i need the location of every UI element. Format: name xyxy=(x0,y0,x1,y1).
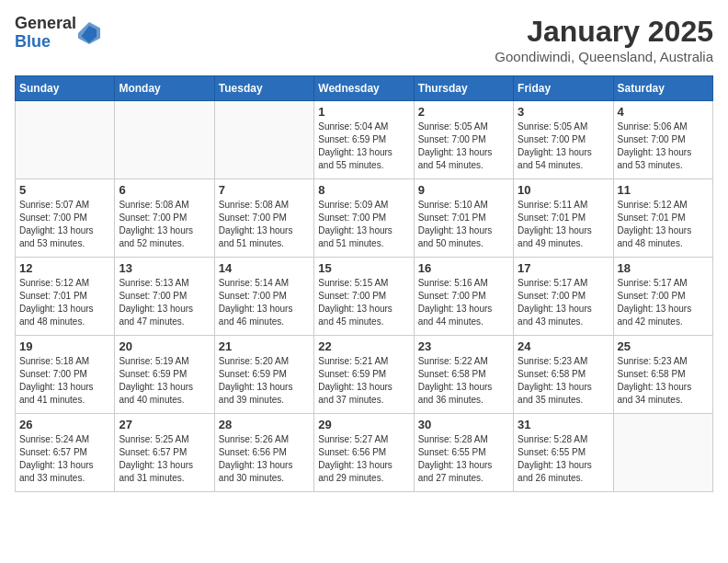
day-number: 27 xyxy=(119,418,210,431)
day-info: Sunrise: 5:10 AM Sunset: 7:01 PM Dayligh… xyxy=(418,199,509,250)
day-number: 19 xyxy=(19,339,110,353)
calendar-cell: 17Sunrise: 5:17 AM Sunset: 7:00 PM Dayli… xyxy=(514,258,613,336)
day-info: Sunrise: 5:05 AM Sunset: 7:00 PM Dayligh… xyxy=(518,121,609,172)
day-number: 21 xyxy=(219,339,310,353)
day-number: 24 xyxy=(518,339,609,353)
calendar-cell: 12Sunrise: 5:12 AM Sunset: 7:01 PM Dayli… xyxy=(16,258,115,336)
day-number: 3 xyxy=(518,105,609,119)
day-number: 11 xyxy=(618,183,709,197)
weekday-header: Wednesday xyxy=(314,76,414,101)
calendar-cell: 7Sunrise: 5:08 AM Sunset: 7:00 PM Daylig… xyxy=(214,179,313,258)
calendar-cell: 5Sunrise: 5:07 AM Sunset: 7:00 PM Daylig… xyxy=(16,179,115,258)
calendar-cell xyxy=(115,101,214,179)
calendar-cell: 31Sunrise: 5:28 AM Sunset: 6:55 PM Dayli… xyxy=(514,414,613,492)
weekday-header: Thursday xyxy=(414,76,513,101)
day-info: Sunrise: 5:08 AM Sunset: 7:00 PM Dayligh… xyxy=(119,199,210,250)
day-number: 7 xyxy=(219,183,310,197)
calendar-cell: 18Sunrise: 5:17 AM Sunset: 7:00 PM Dayli… xyxy=(613,258,712,336)
day-info: Sunrise: 5:27 AM Sunset: 6:56 PM Dayligh… xyxy=(318,433,409,485)
calendar-week-row: 12Sunrise: 5:12 AM Sunset: 7:01 PM Dayli… xyxy=(16,258,713,336)
day-number: 8 xyxy=(318,183,409,197)
calendar-cell: 22Sunrise: 5:21 AM Sunset: 6:59 PM Dayli… xyxy=(314,336,414,414)
calendar-cell: 2Sunrise: 5:05 AM Sunset: 7:00 PM Daylig… xyxy=(414,101,513,179)
calendar-table: SundayMondayTuesdayWednesdayThursdayFrid… xyxy=(15,75,713,492)
weekday-header: Tuesday xyxy=(214,76,313,101)
calendar-cell: 28Sunrise: 5:26 AM Sunset: 6:56 PM Dayli… xyxy=(214,414,313,492)
weekday-header: Saturday xyxy=(613,76,712,101)
day-number: 1 xyxy=(318,105,409,119)
day-info: Sunrise: 5:17 AM Sunset: 7:00 PM Dayligh… xyxy=(618,277,709,328)
calendar-cell: 14Sunrise: 5:14 AM Sunset: 7:00 PM Dayli… xyxy=(214,258,313,336)
calendar-week-row: 1Sunrise: 5:04 AM Sunset: 6:59 PM Daylig… xyxy=(16,101,713,179)
calendar-cell: 4Sunrise: 5:06 AM Sunset: 7:00 PM Daylig… xyxy=(613,101,712,179)
calendar-subtitle: Goondiwindi, Queensland, Australia xyxy=(495,49,713,64)
calendar-cell: 1Sunrise: 5:04 AM Sunset: 6:59 PM Daylig… xyxy=(314,101,414,179)
logo-general-text: General xyxy=(15,15,76,33)
day-number: 26 xyxy=(19,418,110,431)
day-info: Sunrise: 5:09 AM Sunset: 7:00 PM Dayligh… xyxy=(318,199,409,250)
day-number: 10 xyxy=(518,183,609,197)
day-number: 16 xyxy=(418,261,509,275)
day-info: Sunrise: 5:26 AM Sunset: 6:56 PM Dayligh… xyxy=(219,433,310,485)
calendar-cell: 16Sunrise: 5:16 AM Sunset: 7:00 PM Dayli… xyxy=(414,258,513,336)
calendar-cell: 24Sunrise: 5:23 AM Sunset: 6:58 PM Dayli… xyxy=(514,336,613,414)
weekday-header: Friday xyxy=(514,76,613,101)
weekday-header: Monday xyxy=(115,76,214,101)
day-number: 12 xyxy=(19,261,110,275)
calendar-cell: 23Sunrise: 5:22 AM Sunset: 6:58 PM Dayli… xyxy=(414,336,513,414)
calendar-cell: 8Sunrise: 5:09 AM Sunset: 7:00 PM Daylig… xyxy=(314,179,414,258)
calendar-cell: 25Sunrise: 5:23 AM Sunset: 6:58 PM Dayli… xyxy=(613,336,712,414)
calendar-cell xyxy=(214,101,313,179)
day-number: 30 xyxy=(418,418,509,431)
logo-icon xyxy=(78,22,100,44)
calendar-cell: 9Sunrise: 5:10 AM Sunset: 7:01 PM Daylig… xyxy=(414,179,513,258)
weekday-header-row: SundayMondayTuesdayWednesdayThursdayFrid… xyxy=(16,76,713,101)
calendar-cell: 21Sunrise: 5:20 AM Sunset: 6:59 PM Dayli… xyxy=(214,336,313,414)
day-info: Sunrise: 5:23 AM Sunset: 6:58 PM Dayligh… xyxy=(518,355,609,407)
weekday-header: Sunday xyxy=(16,76,115,101)
calendar-cell: 26Sunrise: 5:24 AM Sunset: 6:57 PM Dayli… xyxy=(16,414,115,492)
day-number: 13 xyxy=(119,261,210,275)
day-info: Sunrise: 5:06 AM Sunset: 7:00 PM Dayligh… xyxy=(618,121,709,172)
day-info: Sunrise: 5:23 AM Sunset: 6:58 PM Dayligh… xyxy=(618,355,709,407)
day-info: Sunrise: 5:19 AM Sunset: 6:59 PM Dayligh… xyxy=(119,355,210,407)
page-header: General Blue January 2025 Goondiwindi, Q… xyxy=(15,15,713,64)
day-number: 2 xyxy=(418,105,509,119)
day-number: 14 xyxy=(219,261,310,275)
day-info: Sunrise: 5:12 AM Sunset: 7:01 PM Dayligh… xyxy=(618,199,709,250)
logo: General Blue xyxy=(15,15,100,52)
calendar-cell: 10Sunrise: 5:11 AM Sunset: 7:01 PM Dayli… xyxy=(514,179,613,258)
calendar-cell xyxy=(16,101,115,179)
calendar-week-row: 19Sunrise: 5:18 AM Sunset: 7:00 PM Dayli… xyxy=(16,336,713,414)
calendar-cell xyxy=(613,414,712,492)
day-info: Sunrise: 5:15 AM Sunset: 7:00 PM Dayligh… xyxy=(318,277,409,328)
day-number: 17 xyxy=(518,261,609,275)
calendar-header: SundayMondayTuesdayWednesdayThursdayFrid… xyxy=(16,76,713,101)
calendar-cell: 13Sunrise: 5:13 AM Sunset: 7:00 PM Dayli… xyxy=(115,258,214,336)
logo-blue-text: Blue xyxy=(15,33,76,52)
day-info: Sunrise: 5:20 AM Sunset: 6:59 PM Dayligh… xyxy=(219,355,310,407)
calendar-cell: 29Sunrise: 5:27 AM Sunset: 6:56 PM Dayli… xyxy=(314,414,414,492)
title-block: January 2025 Goondiwindi, Queensland, Au… xyxy=(495,15,713,64)
day-number: 5 xyxy=(19,183,110,197)
day-info: Sunrise: 5:21 AM Sunset: 6:59 PM Dayligh… xyxy=(318,355,409,407)
day-info: Sunrise: 5:04 AM Sunset: 6:59 PM Dayligh… xyxy=(318,121,409,172)
day-number: 23 xyxy=(418,339,509,353)
day-number: 9 xyxy=(418,183,509,197)
day-info: Sunrise: 5:07 AM Sunset: 7:00 PM Dayligh… xyxy=(19,199,110,250)
calendar-body: 1Sunrise: 5:04 AM Sunset: 6:59 PM Daylig… xyxy=(16,101,713,492)
day-number: 18 xyxy=(618,261,709,275)
day-info: Sunrise: 5:14 AM Sunset: 7:00 PM Dayligh… xyxy=(219,277,310,328)
calendar-cell: 19Sunrise: 5:18 AM Sunset: 7:00 PM Dayli… xyxy=(16,336,115,414)
calendar-cell: 30Sunrise: 5:28 AM Sunset: 6:55 PM Dayli… xyxy=(414,414,513,492)
day-info: Sunrise: 5:22 AM Sunset: 6:58 PM Dayligh… xyxy=(418,355,509,407)
day-number: 20 xyxy=(119,339,210,353)
day-number: 4 xyxy=(618,105,709,119)
day-info: Sunrise: 5:12 AM Sunset: 7:01 PM Dayligh… xyxy=(19,277,110,328)
calendar-cell: 27Sunrise: 5:25 AM Sunset: 6:57 PM Dayli… xyxy=(115,414,214,492)
day-info: Sunrise: 5:25 AM Sunset: 6:57 PM Dayligh… xyxy=(119,433,210,485)
calendar-week-row: 26Sunrise: 5:24 AM Sunset: 6:57 PM Dayli… xyxy=(16,414,713,492)
day-info: Sunrise: 5:28 AM Sunset: 6:55 PM Dayligh… xyxy=(418,433,509,485)
day-number: 31 xyxy=(518,418,609,431)
calendar-cell: 20Sunrise: 5:19 AM Sunset: 6:59 PM Dayli… xyxy=(115,336,214,414)
